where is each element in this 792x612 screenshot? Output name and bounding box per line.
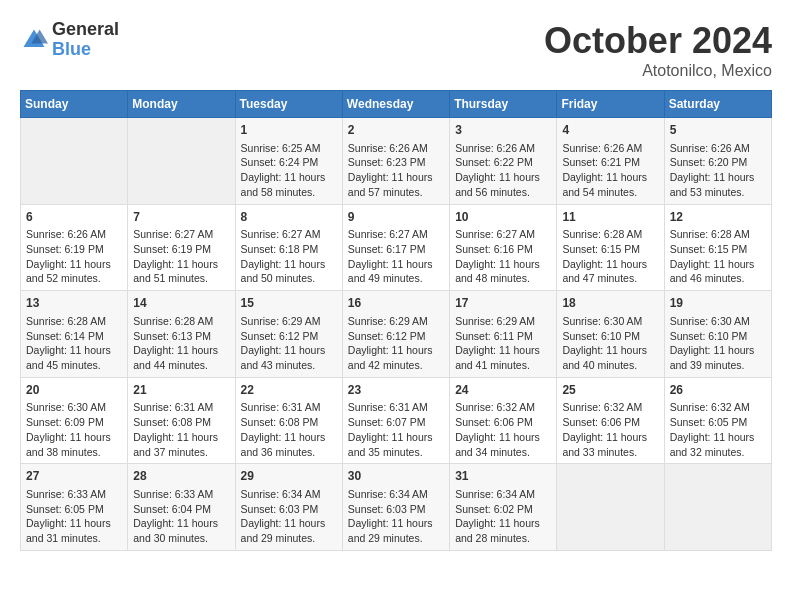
day-info: Daylight: 11 hours and 29 minutes. [241, 517, 326, 544]
day-info: Daylight: 11 hours and 37 minutes. [133, 431, 218, 458]
calendar-cell: 22Sunrise: 6:31 AMSunset: 6:08 PMDayligh… [235, 377, 342, 464]
day-number: 24 [455, 382, 551, 399]
day-info: Daylight: 11 hours and 31 minutes. [26, 517, 111, 544]
logo: General Blue [20, 20, 119, 60]
day-info: Daylight: 11 hours and 45 minutes. [26, 344, 111, 371]
day-info: Sunrise: 6:25 AM [241, 142, 321, 154]
day-number: 17 [455, 295, 551, 312]
day-info: Daylight: 11 hours and 56 minutes. [455, 171, 540, 198]
day-info: Daylight: 11 hours and 57 minutes. [348, 171, 433, 198]
day-info: Sunrise: 6:30 AM [562, 315, 642, 327]
day-info: Daylight: 11 hours and 33 minutes. [562, 431, 647, 458]
day-info: Sunset: 6:15 PM [670, 243, 748, 255]
day-number: 23 [348, 382, 444, 399]
day-info: Sunrise: 6:30 AM [26, 401, 106, 413]
calendar-cell: 27Sunrise: 6:33 AMSunset: 6:05 PMDayligh… [21, 464, 128, 551]
day-info: Sunrise: 6:31 AM [133, 401, 213, 413]
day-info: Daylight: 11 hours and 29 minutes. [348, 517, 433, 544]
day-info: Sunrise: 6:34 AM [455, 488, 535, 500]
day-info: Sunrise: 6:31 AM [348, 401, 428, 413]
day-info: Sunrise: 6:32 AM [670, 401, 750, 413]
day-info: Sunset: 6:03 PM [348, 503, 426, 515]
header-tuesday: Tuesday [235, 91, 342, 118]
day-info: Sunset: 6:12 PM [241, 330, 319, 342]
day-number: 6 [26, 209, 122, 226]
day-info: Sunset: 6:11 PM [455, 330, 533, 342]
calendar-cell: 28Sunrise: 6:33 AMSunset: 6:04 PMDayligh… [128, 464, 235, 551]
calendar-cell: 8Sunrise: 6:27 AMSunset: 6:18 PMDaylight… [235, 204, 342, 291]
calendar-week-row: 1Sunrise: 6:25 AMSunset: 6:24 PMDaylight… [21, 118, 772, 205]
calendar-week-row: 27Sunrise: 6:33 AMSunset: 6:05 PMDayligh… [21, 464, 772, 551]
day-info: Sunset: 6:08 PM [241, 416, 319, 428]
header-friday: Friday [557, 91, 664, 118]
day-info: Daylight: 11 hours and 47 minutes. [562, 258, 647, 285]
day-info: Daylight: 11 hours and 46 minutes. [670, 258, 755, 285]
day-info: Daylight: 11 hours and 41 minutes. [455, 344, 540, 371]
calendar-table: SundayMondayTuesdayWednesdayThursdayFrid… [20, 90, 772, 551]
day-number: 5 [670, 122, 766, 139]
day-info: Daylight: 11 hours and 30 minutes. [133, 517, 218, 544]
calendar-cell: 11Sunrise: 6:28 AMSunset: 6:15 PMDayligh… [557, 204, 664, 291]
day-number: 11 [562, 209, 658, 226]
day-info: Daylight: 11 hours and 48 minutes. [455, 258, 540, 285]
day-info: Sunrise: 6:26 AM [26, 228, 106, 240]
calendar-cell: 13Sunrise: 6:28 AMSunset: 6:14 PMDayligh… [21, 291, 128, 378]
day-info: Daylight: 11 hours and 38 minutes. [26, 431, 111, 458]
day-number: 8 [241, 209, 337, 226]
day-info: Sunrise: 6:31 AM [241, 401, 321, 413]
day-info: Daylight: 11 hours and 35 minutes. [348, 431, 433, 458]
day-info: Daylight: 11 hours and 52 minutes. [26, 258, 111, 285]
day-info: Sunset: 6:05 PM [26, 503, 104, 515]
page-header: General Blue October 2024 Atotonilco, Me… [20, 20, 772, 80]
day-info: Sunrise: 6:30 AM [670, 315, 750, 327]
day-info: Sunrise: 6:28 AM [562, 228, 642, 240]
day-info: Sunset: 6:03 PM [241, 503, 319, 515]
day-number: 19 [670, 295, 766, 312]
day-number: 26 [670, 382, 766, 399]
calendar-cell: 29Sunrise: 6:34 AMSunset: 6:03 PMDayligh… [235, 464, 342, 551]
day-info: Sunset: 6:04 PM [133, 503, 211, 515]
day-info: Sunrise: 6:28 AM [133, 315, 213, 327]
header-thursday: Thursday [450, 91, 557, 118]
day-info: Sunrise: 6:27 AM [348, 228, 428, 240]
day-number: 12 [670, 209, 766, 226]
calendar-cell [128, 118, 235, 205]
day-info: Sunrise: 6:33 AM [26, 488, 106, 500]
calendar-cell: 25Sunrise: 6:32 AMSunset: 6:06 PMDayligh… [557, 377, 664, 464]
month-title: October 2024 [544, 20, 772, 62]
calendar-cell: 18Sunrise: 6:30 AMSunset: 6:10 PMDayligh… [557, 291, 664, 378]
day-info: Sunset: 6:17 PM [348, 243, 426, 255]
day-info: Sunrise: 6:26 AM [670, 142, 750, 154]
day-info: Sunrise: 6:26 AM [455, 142, 535, 154]
day-info: Sunset: 6:21 PM [562, 156, 640, 168]
day-number: 10 [455, 209, 551, 226]
calendar-cell: 10Sunrise: 6:27 AMSunset: 6:16 PMDayligh… [450, 204, 557, 291]
day-info: Sunrise: 6:28 AM [670, 228, 750, 240]
day-number: 27 [26, 468, 122, 485]
day-number: 2 [348, 122, 444, 139]
day-number: 16 [348, 295, 444, 312]
day-info: Sunrise: 6:27 AM [455, 228, 535, 240]
calendar-cell: 9Sunrise: 6:27 AMSunset: 6:17 PMDaylight… [342, 204, 449, 291]
day-info: Sunrise: 6:34 AM [241, 488, 321, 500]
day-info: Sunrise: 6:27 AM [133, 228, 213, 240]
day-number: 30 [348, 468, 444, 485]
day-info: Sunset: 6:06 PM [562, 416, 640, 428]
day-info: Daylight: 11 hours and 49 minutes. [348, 258, 433, 285]
header-wednesday: Wednesday [342, 91, 449, 118]
day-info: Daylight: 11 hours and 42 minutes. [348, 344, 433, 371]
day-info: Sunrise: 6:33 AM [133, 488, 213, 500]
day-info: Daylight: 11 hours and 40 minutes. [562, 344, 647, 371]
day-info: Sunset: 6:20 PM [670, 156, 748, 168]
calendar-cell: 2Sunrise: 6:26 AMSunset: 6:23 PMDaylight… [342, 118, 449, 205]
day-info: Sunset: 6:19 PM [133, 243, 211, 255]
day-number: 3 [455, 122, 551, 139]
day-info: Sunset: 6:10 PM [670, 330, 748, 342]
day-info: Sunset: 6:06 PM [455, 416, 533, 428]
day-info: Sunset: 6:02 PM [455, 503, 533, 515]
day-info: Daylight: 11 hours and 32 minutes. [670, 431, 755, 458]
header-monday: Monday [128, 91, 235, 118]
day-info: Sunset: 6:22 PM [455, 156, 533, 168]
location: Atotonilco, Mexico [544, 62, 772, 80]
calendar-cell: 5Sunrise: 6:26 AMSunset: 6:20 PMDaylight… [664, 118, 771, 205]
